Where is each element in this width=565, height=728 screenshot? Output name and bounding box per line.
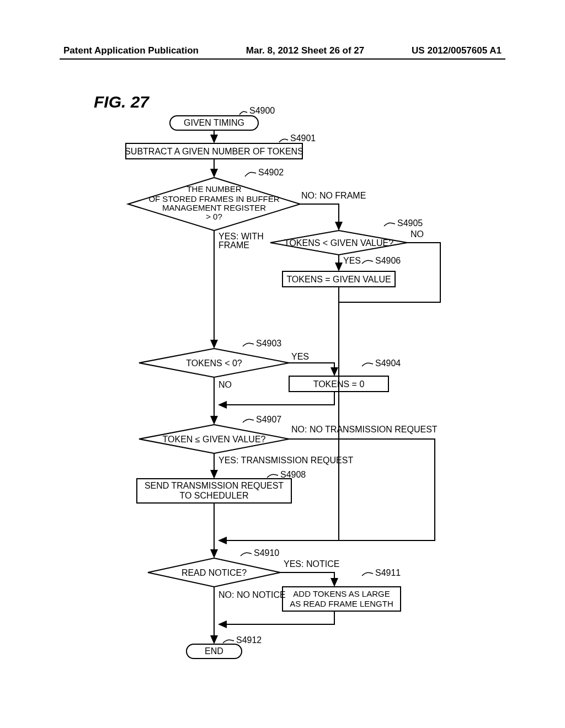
edge [289,439,435,540]
node-s4903: TOKENS < 0? NO YES S4903 [139,339,309,389]
edge [280,572,334,586]
s4905-label: S4905 [397,218,423,228]
node-s4906: TOKENS = GIVEN VALUE S4906 [282,256,401,287]
header-rule [60,58,505,60]
s4912-label: S4912 [236,635,262,645]
s4901-text: SUBTRACT A GIVEN NUMBER OF TOKENS [125,147,303,156]
node-s4911: ADD TOKENS AS LARGE AS READ FRAME LENGTH… [282,568,401,611]
s4902-t4: > 0? [206,212,222,221]
s4905-yes: YES [343,256,361,265]
s4902-t3: MANAGEMENT REGISTER [162,203,266,212]
s4902-yes1: YES: WITH [218,232,264,241]
s4911-t2: AS READ FRAME LENGTH [290,599,393,608]
s4907-no: NO: NO TRANSMISSION REQUEST [291,425,438,434]
s4904-text: TOKENS = 0 [313,379,365,389]
s4910-no: NO: NO NOTICE [218,590,286,599]
header-mid: Mar. 8, 2012 Sheet 26 of 27 [246,45,365,56]
node-s4908: SEND TRANSMISSION REQUEST TO SCHEDULER S… [137,470,306,503]
s4901-label: S4901 [290,133,316,143]
s4903-yes: YES [291,352,309,361]
header: Patent Application Publication Mar. 8, 2… [0,45,565,56]
edge [219,392,334,405]
s4906-label: S4906 [375,256,401,265]
node-s4905: TOKENS < GIVEN VALUE? NO YES S4905 [270,218,424,265]
node-s4902: THE NUMBER OF STORED FRAMES IN BUFFER MA… [128,168,366,250]
node-s4901: SUBTRACT A GIVEN NUMBER OF TOKENS S4901 [125,133,316,159]
s4905-no: NO [411,229,424,239]
node-s4900: GIVEN TIMING S4900 [170,106,275,130]
s4902-t1: THE NUMBER [186,184,241,194]
s4905-text: TOKENS < GIVEN VALUE? [284,238,393,248]
s4910-label: S4910 [254,548,279,558]
s4907-yes: YES: TRANSMISSION REQUEST [218,456,353,465]
s4908-label: S4908 [280,470,306,479]
s4907-label: S4907 [256,415,281,424]
s4900-label: S4900 [249,106,275,115]
s4904-label: S4904 [375,358,401,368]
s4906-text: TOKENS = GIVEN VALUE [286,275,391,284]
s4907-text: TOKEN ≤ GIVEN VALUE? [163,435,266,444]
s4902-t2: OF STORED FRAMES IN BUFFER [148,194,279,204]
s4910-text: READ NOTICE? [182,568,247,577]
s4902-no: NO: NO FRAME [301,191,366,200]
s4910-yes: YES: NOTICE [284,559,339,569]
s4912-text: END [205,646,223,656]
s4903-no: NO [218,380,232,389]
s4908-t1: SEND TRANSMISSION REQUEST [145,481,284,490]
edge [289,363,334,375]
s4911-label: S4911 [375,568,401,577]
node-s4912: END S4912 [186,635,262,659]
s4902-label: S4902 [258,168,284,177]
flowchart: GIVEN TIMING S4900 SUBTRACT A GIVEN NUMB… [60,88,510,700]
header-left: Patent Application Publication [63,45,199,56]
edge [219,611,334,624]
s4908-t2: TO SCHEDULER [179,491,248,500]
s4911-t1: ADD TOKENS AS LARGE [293,589,390,598]
node-s4907: TOKEN ≤ GIVEN VALUE? YES: TRANSMISSION R… [139,415,438,465]
s4902-yes2: FRAME [218,240,249,250]
header-right: US 2012/0057605 A1 [412,45,502,56]
s4900-text: GIVEN TIMING [184,118,244,127]
s4903-text: TOKENS < 0? [186,358,242,368]
s4903-label: S4903 [256,339,281,348]
edge [300,204,339,229]
